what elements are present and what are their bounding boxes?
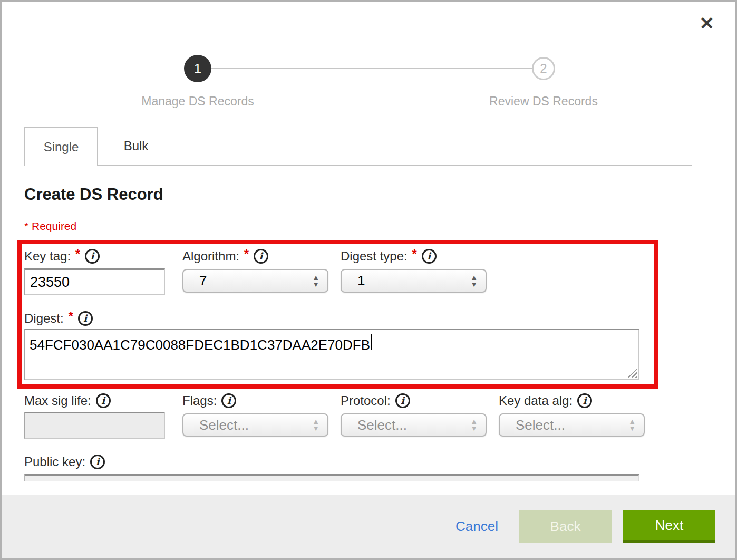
public-key-label: Public key: (24, 455, 85, 469)
wizard-stepper: 1 2 Manage DS Records Review DS Records (2, 2, 735, 123)
digest-type-select[interactable]: 1 ▲ ▼ (341, 269, 487, 293)
key-data-alg-select[interactable]: Select... ▲ ▼ (499, 413, 645, 437)
info-icon[interactable]: i (254, 249, 268, 264)
public-key-label-row: Public key: i (24, 453, 105, 471)
required-asterisk: * (412, 247, 417, 262)
step-2-circle: 2 (532, 57, 555, 80)
select-spinner-icon: ▲ ▼ (312, 274, 319, 288)
tab-single[interactable]: Single (24, 127, 98, 166)
protocol-value: Select... (357, 417, 407, 433)
digest-label-row: Digest: * i (24, 310, 93, 327)
protocol-select[interactable]: Select... ▲ ▼ (341, 413, 487, 437)
info-icon[interactable]: i (90, 455, 105, 469)
back-button[interactable]: Back (519, 510, 612, 543)
step-2-label: Review DS Records (438, 94, 649, 109)
flags-select[interactable]: Select... ▲ ▼ (182, 413, 328, 437)
key-tag-value: 23550 (30, 274, 70, 291)
info-icon[interactable]: i (422, 249, 437, 264)
digest-type-value: 1 (357, 273, 365, 289)
digest-type-label-row: Digest type: * i (341, 247, 437, 265)
key-tag-label: Key tag: (24, 249, 71, 264)
key-data-alg-label-row: Key data alg: i (499, 392, 592, 410)
step-connector-line (211, 68, 532, 69)
step-1-circle: 1 (184, 55, 211, 82)
max-sig-life-input[interactable] (24, 412, 165, 439)
info-icon[interactable]: i (78, 311, 93, 326)
required-asterisk: * (244, 247, 249, 262)
step-2-number: 2 (540, 61, 547, 76)
algorithm-label-row: Algorithm: * i (182, 247, 268, 265)
key-tag-input[interactable]: 23550 (24, 268, 165, 295)
protocol-label: Protocol: (341, 393, 391, 408)
select-spinner-icon: ▲ ▼ (470, 274, 478, 288)
tab-bulk[interactable]: Bulk (98, 127, 174, 165)
max-sig-life-label-row: Max sig life: i (24, 392, 111, 410)
digest-type-label: Digest type: (341, 249, 408, 264)
digest-textarea[interactable]: 54FCF030AA1C79C0088FDEC1BD1C37DAA2E70DFB (24, 329, 639, 380)
text-cursor (371, 334, 372, 350)
protocol-label-row: Protocol: i (341, 392, 410, 410)
flags-label: Flags: (182, 393, 217, 408)
record-mode-tabs: Single Bulk (24, 127, 692, 166)
flags-label-row: Flags: i (182, 392, 236, 410)
tab-underline (98, 165, 692, 166)
required-note: * Required (24, 220, 76, 233)
key-data-alg-label: Key data alg: (499, 393, 573, 408)
select-spinner-icon: ▲ ▼ (470, 418, 478, 432)
algorithm-label: Algorithm: (182, 249, 239, 264)
required-asterisk: * (75, 247, 80, 262)
max-sig-life-label: Max sig life: (24, 393, 91, 408)
create-ds-record-modal: ✕ 1 2 Manage DS Records Review DS Record… (0, 0, 737, 560)
algorithm-select[interactable]: 7 ▲ ▼ (182, 269, 328, 293)
required-asterisk: * (69, 310, 73, 324)
digest-value: 54FCF030AA1C79C0088FDEC1BD1C37DAA2E70DFB (30, 337, 370, 353)
select-spinner-icon: ▲ ▼ (628, 418, 636, 432)
resize-handle[interactable] (627, 368, 637, 378)
info-icon[interactable]: i (96, 393, 111, 408)
info-icon[interactable]: i (395, 393, 410, 408)
step-1-label: Manage DS Records (92, 94, 303, 109)
cancel-link[interactable]: Cancel (455, 518, 498, 535)
info-icon[interactable]: i (577, 393, 592, 408)
digest-label: Digest: (24, 311, 64, 326)
select-spinner-icon: ▲ ▼ (312, 418, 319, 432)
step-1-number: 1 (194, 61, 201, 77)
algorithm-value: 7 (199, 273, 207, 289)
page-title: Create DS Record (24, 185, 163, 204)
flags-value: Select... (199, 417, 249, 433)
key-tag-label-row: Key tag: * i (24, 247, 100, 265)
public-key-textarea[interactable] (24, 474, 639, 481)
key-data-alg-value: Select... (516, 417, 565, 433)
modal-footer: Cancel Back Next (2, 495, 735, 558)
next-button[interactable]: Next (623, 510, 715, 543)
info-icon[interactable]: i (85, 249, 100, 264)
info-icon[interactable]: i (221, 393, 236, 408)
